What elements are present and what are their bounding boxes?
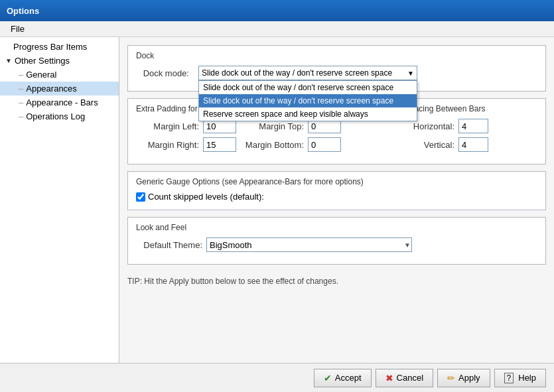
accept-button[interactable]: ✔ Accept: [314, 369, 372, 387]
margin-right-row: Margin Right: Margin Bottom:: [136, 137, 391, 152]
sidebar-item-label: Appearances: [26, 84, 77, 94]
margin-right-label: Margin Right:: [136, 140, 199, 150]
theme-row: Default Theme: BigSmoothClassicModernFla…: [136, 237, 537, 252]
horizontal-label: Horizontal:: [405, 121, 454, 131]
gauge-section-title: Generic Gauge Options (see Appearance-Ba…: [136, 177, 537, 186]
tree-dash-icon: –: [19, 84, 23, 94]
look-feel-section: Look and Feel Default Theme: BigSmoothCl…: [127, 217, 546, 265]
cancel-button[interactable]: ✖ Cancel: [376, 369, 433, 387]
sidebar-item-appearance-bars[interactable]: –Appearance - Bars: [0, 96, 119, 109]
tree-dash-icon: –: [19, 111, 23, 121]
dock-mode-value: Slide dock out of the way / don't reserv…: [202, 68, 392, 78]
apply-icon: ✏: [447, 373, 455, 383]
count-skipped-row: Count skipped levels (default):: [136, 192, 537, 202]
title-text: Options: [7, 6, 39, 16]
sidebar-item-label: Other Settings: [15, 56, 70, 66]
dock-section: Dock Dock mode: Slide dock out of the wa…: [127, 45, 546, 92]
dock-section-title: Dock: [136, 51, 537, 60]
gauge-section: Generic Gauge Options (see Appearance-Ba…: [127, 171, 546, 210]
margin-left-label: Margin Left:: [136, 121, 199, 131]
menu-bar: File: [0, 21, 554, 37]
spacing-title: Spacing Between Bars: [405, 104, 537, 113]
dock-option-2[interactable]: Slide dock out of the way / don't reserv…: [199, 94, 417, 107]
sidebar-item-progress-bar-items[interactable]: Progress Bar Items: [0, 40, 119, 54]
apply-label: Apply: [458, 373, 480, 383]
theme-dropdown-container: BigSmoothClassicModernFlat ▼: [206, 237, 412, 252]
menu-file[interactable]: File: [5, 23, 30, 35]
theme-select[interactable]: BigSmoothClassicModernFlat: [206, 237, 412, 252]
margin-right-input[interactable]: [203, 137, 236, 152]
sidebar-item-label: Appearance - Bars: [26, 98, 98, 107]
sidebar-item-label: Progress Bar Items: [13, 42, 87, 52]
dock-dropdown-container: Slide dock out of the way / don't reserv…: [198, 66, 417, 80]
accept-icon: ✔: [324, 373, 332, 383]
tree-dash-icon: –: [19, 98, 23, 107]
margin-bottom-label: Margin Bottom:: [244, 140, 304, 150]
horizontal-input[interactable]: [458, 119, 488, 133]
tip-text: TIP: Hit the Apply button below to see t…: [127, 271, 546, 291]
sidebar-item-other-settings[interactable]: ▼Other Settings: [0, 54, 119, 68]
tree-dash-icon: –: [19, 70, 23, 80]
tree-arrow-icon: ▼: [5, 57, 12, 64]
sidebar-item-appearances[interactable]: –Appearances: [0, 82, 119, 96]
count-skipped-checkbox[interactable]: [136, 192, 145, 202]
sidebar: Progress Bar Items▼Other Settings–Genera…: [0, 37, 119, 363]
sidebar-item-general[interactable]: –General: [0, 68, 119, 82]
dock-option-1[interactable]: Slide dock out of the way / don't reserv…: [199, 81, 417, 94]
dock-mode-label: Dock mode:: [136, 68, 189, 78]
help-label: Help: [518, 373, 536, 383]
dropdown-arrow-icon: ▼: [407, 70, 414, 77]
content-area: Dock Dock mode: Slide dock out of the wa…: [119, 37, 554, 363]
accept-label: Accept: [335, 373, 362, 383]
count-skipped-label: Count skipped levels (default):: [148, 192, 264, 202]
margin-bottom-input[interactable]: [308, 137, 341, 152]
dock-option-3[interactable]: Reserve screen space and keep visible al…: [199, 107, 417, 121]
apply-button[interactable]: ✏ Apply: [437, 369, 490, 387]
vertical-input[interactable]: [458, 137, 488, 152]
help-button[interactable]: ? Help: [494, 369, 546, 387]
bottom-bar: ✔ Accept ✖ Cancel ✏ Apply ? Help: [0, 363, 554, 392]
vertical-label: Vertical:: [405, 140, 454, 150]
dock-mode-dropdown[interactable]: Slide dock out of the way / don't reserv…: [198, 66, 417, 80]
main-layout: Progress Bar Items▼Other Settings–Genera…: [0, 37, 554, 363]
dock-mode-row: Dock mode: Slide dock out of the way / d…: [136, 66, 537, 80]
look-feel-title: Look and Feel: [136, 223, 537, 232]
spacing-col: Spacing Between Bars Horizontal: Vertica…: [405, 104, 537, 156]
cancel-icon: ✖: [385, 373, 393, 383]
theme-label: Default Theme:: [136, 240, 202, 250]
dock-dropdown-open: Slide dock out of the way / don't reserv…: [198, 80, 417, 121]
cancel-label: Cancel: [397, 373, 423, 383]
horizontal-row: Horizontal:: [405, 119, 537, 133]
vertical-row: Vertical:: [405, 137, 537, 152]
sidebar-item-operations-log[interactable]: –Operations Log: [0, 109, 119, 123]
sidebar-item-label: General: [26, 70, 56, 80]
help-icon: ?: [504, 373, 514, 383]
title-bar: Options: [0, 0, 554, 21]
margin-top-label: Margin Top:: [244, 121, 304, 131]
sidebar-item-label: Operations Log: [26, 111, 85, 121]
